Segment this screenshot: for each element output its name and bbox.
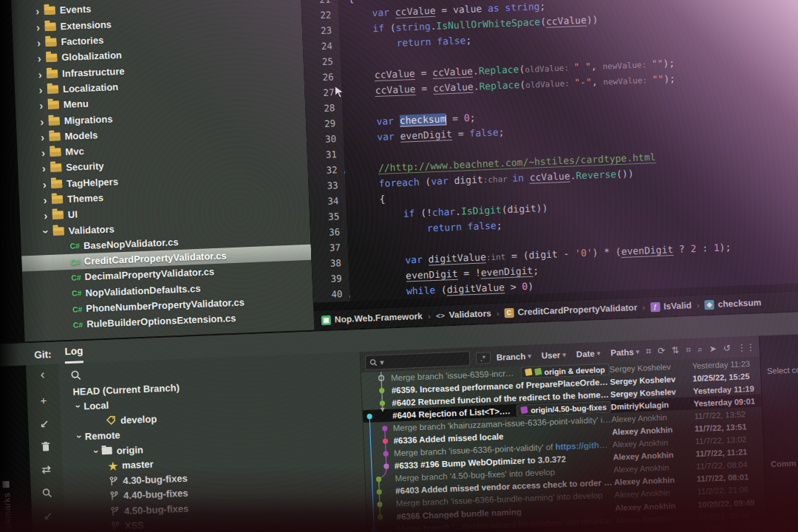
branches-pane: HEAD (Current Branch)›Localdevelop›Remot… bbox=[58, 352, 367, 532]
filter-branch[interactable]: Branch▾ bbox=[497, 352, 532, 362]
trash-icon[interactable] bbox=[38, 440, 53, 454]
commit-date: 11/7/22, 08:01 bbox=[697, 472, 765, 484]
go-to-icon[interactable]: ➤ bbox=[709, 344, 717, 354]
code-token: string bbox=[395, 21, 431, 33]
commit-author: Alexey Anokhin bbox=[613, 449, 695, 461]
chevron-right-icon[interactable]: › bbox=[34, 52, 45, 65]
indent-widget[interactable]: 4 spaces bbox=[783, 521, 798, 531]
code-token: "-" bbox=[574, 76, 592, 88]
chevron-right-icon[interactable]: › bbox=[38, 162, 50, 175]
gutter-line-25: 25 bbox=[303, 53, 333, 70]
chevron-right-icon[interactable]: › bbox=[35, 68, 46, 81]
chevron-right-icon[interactable]: › bbox=[38, 146, 49, 160]
code-token: return false bbox=[427, 220, 497, 234]
gutter-line-27: 27 bbox=[304, 84, 335, 101]
chevron-right-icon[interactable]: › bbox=[39, 178, 50, 191]
search-icon[interactable]: ⌕ bbox=[698, 344, 703, 355]
gutter-line-38: 38 bbox=[311, 255, 341, 272]
code-editor[interactable]: 20212223242526272829303132⧫3334353637383… bbox=[301, 0, 798, 310]
compare-icon[interactable]: ⇄ bbox=[38, 463, 54, 477]
chevron-down-icon[interactable]: › bbox=[73, 401, 85, 412]
gutter-line-23: 23 bbox=[302, 22, 332, 39]
add-icon[interactable]: + bbox=[36, 393, 52, 407]
filter-label: Paths bbox=[610, 347, 634, 357]
chevron-right-icon[interactable]: › bbox=[37, 131, 48, 144]
bookmarks-icon bbox=[3, 482, 10, 488]
photo-of-monitor: ›Controllers›Events›Extensions›Factories… bbox=[0, 0, 798, 532]
swap-icon[interactable]: ⇅ bbox=[672, 345, 680, 355]
chevron-right-icon[interactable]: › bbox=[32, 5, 43, 18]
tree-item-label: Security bbox=[66, 160, 104, 173]
code-token: ); bbox=[663, 58, 675, 69]
encoding-widget[interactable]: UTF-8 bbox=[744, 522, 768, 532]
chevron-right-icon[interactable]: › bbox=[33, 21, 44, 34]
tree-item-label: Globalization bbox=[61, 50, 122, 63]
git-panel-title: Git: bbox=[34, 349, 52, 365]
regex-toggle[interactable]: .* bbox=[477, 352, 490, 364]
chevron-down-icon[interactable]: › bbox=[40, 226, 53, 237]
layout-icon[interactable]: ⋮⋮ bbox=[737, 342, 756, 353]
collapse-left-icon[interactable]: ‹ bbox=[35, 367, 50, 383]
commit-date: 10/25/22, 15:25 bbox=[692, 371, 760, 383]
filter-date[interactable]: Date▾ bbox=[576, 349, 601, 358]
log-search-input[interactable]: ▾ bbox=[365, 351, 470, 370]
chevron-right-icon[interactable]: › bbox=[36, 115, 47, 128]
grid-icon[interactable]: ⌗ bbox=[686, 344, 691, 355]
breadcrumb-module[interactable]: ▣Nop.Web.Framework bbox=[321, 311, 423, 325]
gutter-line-33: 33 bbox=[308, 177, 338, 194]
commit-log-pane: ▾ .* Cc Branch▾User▾Date▾Paths▾ ⌗ ⟳⇅⌗⌕➤↺… bbox=[360, 336, 766, 532]
code-token: ); bbox=[664, 73, 675, 85]
commit-author: Alexey Anokhin bbox=[613, 462, 696, 474]
gutter-line-39: 39 bbox=[312, 270, 342, 287]
match-case-toggle[interactable]: Cc bbox=[489, 352, 491, 363]
code-token: { bbox=[348, 0, 354, 4]
code-token: Reverse bbox=[576, 168, 616, 181]
chevron-right-icon[interactable]: › bbox=[33, 36, 44, 50]
chevron-right-icon[interactable]: › bbox=[40, 194, 51, 207]
breadcrumb-separator: › bbox=[428, 311, 431, 320]
tool-window-bookmarks[interactable]: Bookmarks bbox=[1, 482, 13, 532]
filter-paths[interactable]: Paths▾ bbox=[610, 347, 639, 358]
checkout-icon[interactable]: ↙ bbox=[41, 509, 56, 523]
csharp-file-icon: C# bbox=[73, 320, 83, 330]
rollback-icon[interactable]: ↺ bbox=[723, 343, 731, 353]
git-panel: Git: Log Bookmarks ‹+↙⇄↙★ HEAD (Current … bbox=[0, 310, 798, 532]
chevron-right-icon[interactable]: › bbox=[36, 99, 47, 112]
breadcrumb-separator: › bbox=[497, 309, 499, 318]
chevron-right-icon[interactable]: › bbox=[41, 209, 52, 222]
code-token: ()) bbox=[616, 168, 634, 180]
refresh-icon[interactable]: ⟳ bbox=[658, 346, 666, 356]
search-icon[interactable] bbox=[40, 486, 55, 500]
breadcrumb-field[interactable]: ◆checksum bbox=[704, 297, 761, 310]
code-token: char bbox=[432, 206, 456, 218]
breadcrumb-method[interactable]: ƒIsValid bbox=[650, 300, 692, 312]
tree-item-label: Migrations bbox=[64, 113, 112, 126]
main-area: ›Controllers›Events›Extensions›Factories… bbox=[0, 0, 798, 344]
chevron-right-icon[interactable]: › bbox=[32, 0, 43, 2]
code-area[interactable]: ↑ ext methods↑ exporting APIs override b… bbox=[337, 0, 798, 301]
tree-item-label: Themes bbox=[67, 192, 104, 205]
folder-icon bbox=[47, 69, 58, 78]
chevron-right-icon[interactable]: › bbox=[35, 83, 47, 97]
revert-icon[interactable]: ↙ bbox=[37, 416, 52, 430]
gutter-line-34: 34 bbox=[309, 193, 339, 210]
commit-link[interactable]: https://github.com/khairuzzaman/ bbox=[555, 440, 613, 451]
breadcrumb-namespace[interactable]: <>Validators bbox=[435, 308, 491, 321]
commit-author: Sergey Koshelev bbox=[610, 374, 692, 386]
code-token: = value bbox=[435, 3, 488, 16]
filter-dropdowns: Branch▾User▾Date▾Paths▾ bbox=[497, 347, 640, 362]
code-token: '0' bbox=[575, 247, 593, 259]
chevron-down-icon[interactable]: › bbox=[91, 446, 103, 457]
code-token: ccValue bbox=[375, 68, 415, 81]
solution-explorer[interactable]: ›Controllers›Events›Extensions›Factories… bbox=[11, 0, 314, 341]
tab-git-log[interactable]: Log bbox=[64, 345, 83, 364]
breadcrumb-class[interactable]: CCreditCardPropertyValidator bbox=[504, 302, 637, 318]
chevron-down-icon[interactable]: › bbox=[74, 432, 86, 443]
code-token: ccValue bbox=[375, 83, 415, 97]
highlight-icon[interactable]: ⌗ bbox=[645, 344, 652, 358]
branch-label: XSS bbox=[125, 519, 145, 531]
line-separator-widget[interactable]: CRLF bbox=[706, 524, 728, 532]
caret-position-widget[interactable]: 28:25 bbox=[670, 525, 691, 532]
commit-date: 11/7/22, 11:21 bbox=[695, 447, 763, 459]
filter-user[interactable]: User▾ bbox=[542, 350, 567, 360]
